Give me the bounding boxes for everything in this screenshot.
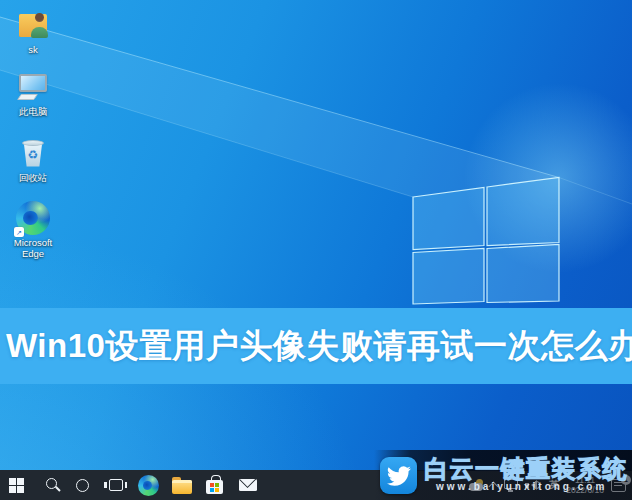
headline-text: Win10设置用户头像失败请再试一次怎么办 — [6, 324, 632, 369]
windows-desktop: sk 此电脑 ♻ 回收站 ↗ Microsoft Edge — [0, 0, 632, 500]
desktop-icon-label: 回收站 — [19, 172, 48, 183]
headline-banner: Win10设置用户头像失败请再试一次怎么办 — [0, 308, 632, 384]
edge-icon — [138, 475, 159, 496]
desktop-icon-user-folder[interactable]: sk — [2, 8, 64, 55]
recycle-symbol-icon: ♻ — [28, 149, 39, 161]
desktop-icon-label: 此电脑 — [19, 106, 48, 117]
twitter-bird-icon — [380, 457, 417, 494]
watermark-url-text: www.baiyunxitong.com — [436, 481, 607, 492]
shortcut-arrow-icon: ↗ — [14, 227, 24, 237]
desktop-icon-label: Microsoft Edge — [2, 237, 64, 259]
desktop-icon-recycle-bin[interactable]: ♻ 回收站 — [2, 136, 64, 183]
search-button[interactable] — [33, 470, 66, 500]
mail-icon — [239, 479, 257, 491]
cortana-button[interactable] — [66, 470, 99, 500]
file-explorer-button[interactable] — [165, 470, 198, 500]
folder-icon — [172, 480, 192, 494]
cortana-icon — [76, 479, 89, 492]
user-folder-icon — [15, 8, 51, 42]
desktop-icon-this-pc[interactable]: 此电脑 — [2, 70, 64, 117]
desktop-icon-microsoft-edge[interactable]: ↗ Microsoft Edge — [2, 201, 64, 259]
store-button[interactable] — [198, 470, 231, 500]
recycle-bin-icon: ♻ — [15, 136, 51, 170]
windows-logo-wallpaper — [0, 0, 632, 500]
edge-taskbar-button[interactable] — [132, 470, 165, 500]
start-button[interactable] — [0, 470, 33, 500]
task-view-button[interactable] — [99, 470, 132, 500]
microsoft-store-icon — [206, 480, 223, 494]
desktop-icon-label: sk — [28, 44, 38, 55]
brand-watermark: 白云一键重装系统 www.baiyunxitong.com — [374, 450, 632, 500]
search-icon — [46, 478, 57, 489]
edge-logo-icon: ↗ — [15, 201, 51, 235]
windows-start-icon — [9, 478, 24, 493]
this-pc-icon — [15, 70, 51, 104]
task-view-icon — [109, 479, 123, 491]
mail-button[interactable] — [231, 470, 264, 500]
